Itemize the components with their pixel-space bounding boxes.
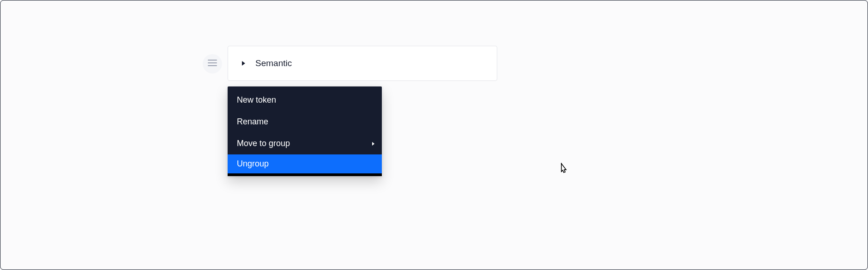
group-row[interactable]: Semantic xyxy=(228,46,497,81)
menu-item-label: Move to group xyxy=(237,139,290,148)
menu-item-label: Ungroup xyxy=(237,159,269,169)
submenu-arrow-icon xyxy=(372,142,374,146)
context-menu: New token Rename Move to group Ungroup xyxy=(228,86,382,176)
disclosure-triangle-icon[interactable] xyxy=(242,61,245,66)
menu-item-ungroup[interactable]: Ungroup xyxy=(228,154,382,176)
group-label: Semantic xyxy=(255,58,292,68)
menu-item-label: Rename xyxy=(237,117,268,127)
menu-item-move-to-group[interactable]: Move to group xyxy=(228,133,382,154)
menu-item-rename[interactable]: Rename xyxy=(228,111,382,133)
pointer-cursor-icon xyxy=(558,162,569,174)
menu-item-label: New token xyxy=(237,95,276,105)
drag-handle[interactable] xyxy=(203,54,222,74)
drag-handle-icon xyxy=(208,60,217,68)
menu-item-new-token[interactable]: New token xyxy=(228,89,382,111)
